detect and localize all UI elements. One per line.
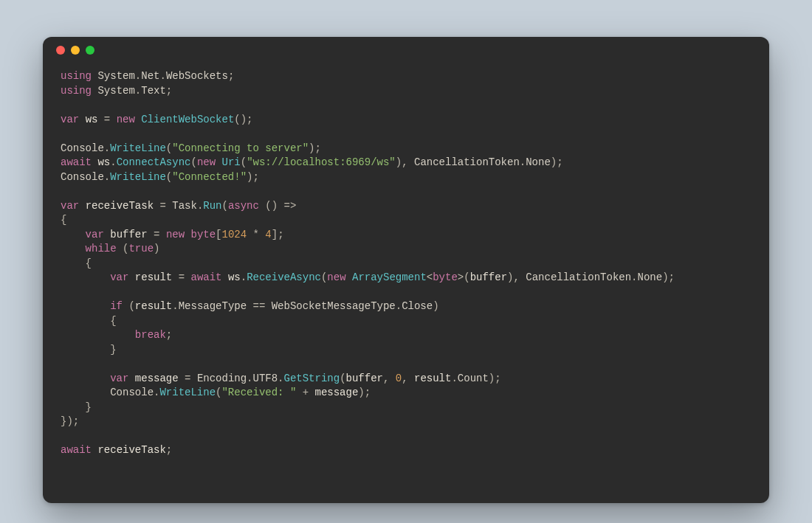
token-method: WriteLine <box>110 142 166 154</box>
token-string: "Connecting to server" <box>172 142 309 154</box>
code-line: var result = await ws.ReceiveAsync(new A… <box>61 271 751 285</box>
token-punct: { <box>61 315 117 327</box>
token-punct: () => <box>259 200 296 212</box>
token-punct: ( <box>166 142 172 154</box>
code-line: var receiveTask = Task.Run(async () => <box>61 199 751 214</box>
token-method: WriteLine <box>159 387 216 398</box>
token-punct <box>61 373 110 384</box>
code-line <box>61 184 751 199</box>
token-punct <box>79 200 85 212</box>
token-prop: CancellationToken <box>526 271 631 283</box>
token-ident: buffer <box>110 229 147 240</box>
token-kw: await <box>190 271 221 283</box>
token-kw: await <box>61 156 92 168</box>
token-punct <box>61 329 135 341</box>
token-punct: { <box>61 214 66 226</box>
token-prop: Console <box>110 387 154 398</box>
token-punct: ); <box>358 387 371 398</box>
token-prop: Count <box>458 373 489 384</box>
code-line: }); <box>61 415 751 429</box>
token-punct: ( <box>117 243 129 254</box>
token-prop: System <box>97 85 134 97</box>
token-prop: WebSockets <box>166 70 228 82</box>
code-line: using System.Net.WebSockets; <box>61 69 751 84</box>
token-punct: >( <box>458 271 470 283</box>
close-icon[interactable] <box>56 46 65 55</box>
code-line: var message = Encoding.UTF8.GetString(bu… <box>61 372 751 387</box>
window-titlebar <box>43 37 769 63</box>
token-punct: < <box>427 271 433 283</box>
token-prop: Net <box>141 70 159 82</box>
token-punct: ( <box>340 373 345 384</box>
token-punct: ( <box>190 156 196 168</box>
token-punct: } <box>61 401 92 413</box>
code-line: Console.WriteLine("Received: " + message… <box>61 386 751 401</box>
code-window: using System.Net.WebSockets;using System… <box>43 37 769 503</box>
token-kw: true <box>128 243 154 254</box>
code-line: { <box>61 257 751 271</box>
token-punct: . <box>110 156 116 168</box>
token-punct <box>216 156 221 168</box>
code-line: using System.Text; <box>61 84 751 99</box>
token-punct: ); <box>247 171 259 183</box>
token-punct: ), <box>507 271 526 283</box>
token-kw: while <box>86 243 117 254</box>
token-prop: Text <box>141 85 166 97</box>
token-punct <box>61 387 110 398</box>
code-line: var buffer = new byte[1024 * 4]; <box>61 228 751 243</box>
token-punct: ; <box>228 70 234 82</box>
token-string: "ws://localhost:6969/ws" <box>247 156 396 168</box>
code-line: { <box>61 314 751 329</box>
token-punct: == <box>247 300 272 312</box>
token-punct: ); <box>662 271 675 283</box>
token-kw: var <box>110 271 128 283</box>
minimize-icon[interactable] <box>71 46 80 55</box>
token-punct: . <box>520 156 526 168</box>
code-line: } <box>61 401 751 415</box>
token-ident: buffer <box>346 373 383 384</box>
token-punct: = <box>172 271 190 283</box>
token-prop: None <box>526 156 551 168</box>
token-ident: receiveTask <box>97 444 165 456</box>
token-punct: . <box>396 300 402 312</box>
token-kw: using <box>61 85 92 97</box>
token-type: ArraySegment <box>352 271 427 283</box>
token-type: ClientWebSocket <box>141 114 234 125</box>
token-ident: result <box>414 373 451 384</box>
token-string: "Received: " <box>221 387 296 398</box>
token-num: 4 <box>265 229 271 240</box>
token-kw: byte <box>433 271 458 283</box>
token-punct <box>79 114 85 125</box>
token-punct: , <box>402 373 414 384</box>
token-punct: * <box>247 229 265 240</box>
token-num: 0 <box>396 373 402 384</box>
code-line: var ws = new ClientWebSocket(); <box>61 113 751 128</box>
token-punct: ) <box>433 300 438 312</box>
token-method: ConnectAsync <box>117 156 191 168</box>
token-prop: Console <box>61 171 104 183</box>
token-punct: . <box>135 85 141 97</box>
token-ident: result <box>135 300 172 312</box>
token-punct: . <box>104 142 110 154</box>
token-punct: ( <box>241 156 247 168</box>
token-method: Run <box>203 200 221 212</box>
token-ident: receiveTask <box>86 200 154 212</box>
token-kw: var <box>86 229 104 240</box>
token-prop: Close <box>402 300 433 312</box>
token-type: Uri <box>222 156 241 168</box>
zoom-icon[interactable] <box>86 46 94 55</box>
code-line: while (true) <box>61 242 751 257</box>
token-punct <box>185 229 190 240</box>
token-punct: ( <box>123 300 135 312</box>
code-line <box>61 429 751 444</box>
code-line <box>61 98 751 113</box>
token-punct: . <box>159 70 165 82</box>
token-ident: ws <box>228 271 241 283</box>
token-ident: message <box>315 387 359 398</box>
token-ident: ws <box>97 156 110 168</box>
token-punct <box>222 271 228 283</box>
token-string: "Connected!" <box>172 171 247 183</box>
token-kw: using <box>61 70 92 82</box>
token-kw: var <box>61 200 79 212</box>
token-punct: . <box>278 373 283 384</box>
